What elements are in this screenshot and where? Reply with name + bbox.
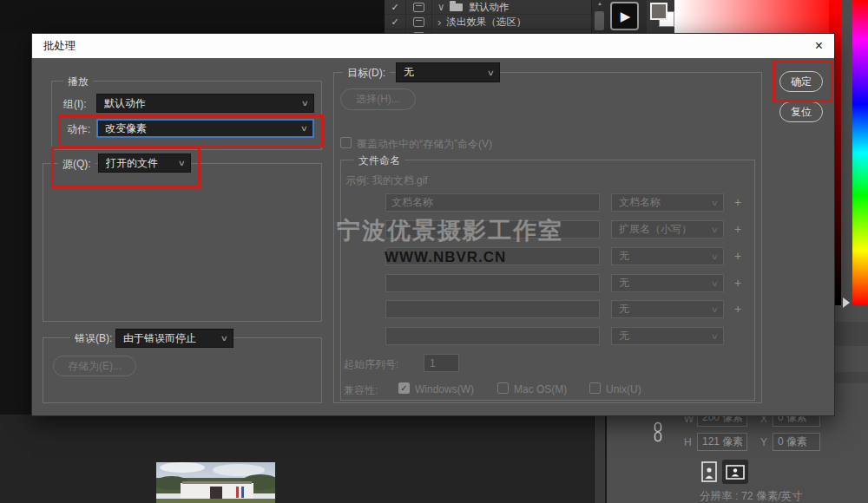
compatibility-label: 兼容性: [344,383,378,398]
choose-button[interactable]: 选择(H)... [340,88,416,110]
naming-input-5[interactable] [385,300,600,318]
chevron-down-icon: ∨ [711,225,719,234]
hue-slider[interactable] [852,0,868,305]
chevron-down-icon: ∨ [220,334,228,343]
check-icon: ✓ [391,2,398,13]
serial-label: 起始序列号: [344,357,398,372]
dialog-titlebar[interactable]: 批处理 × [32,34,834,58]
annotation-box-action [58,114,324,147]
background-bottom-left [0,415,606,503]
naming-format-value-5: 无 [619,302,629,317]
annotation-box-ok [773,60,833,102]
macos-label: Mac OS(M) [514,383,567,395]
chevron-down-icon: ∨ [711,199,719,207]
resolution-text: 分辨率 : 72 像素/英寸 [700,489,803,503]
watermark-url: WWW.NBVR.CN [385,249,506,266]
chevron-down-icon: ∨ [301,99,309,108]
naming-format-select-3[interactable]: 无∨ [611,247,724,265]
play-action-button[interactable]: ▶ [610,2,639,30]
action-item-label[interactable]: 淡出效果（选区） [446,16,526,29]
color-swatch-area [647,0,674,33]
dialog-toggle-icon [413,3,424,12]
annotation-box-source [51,147,201,188]
panel-edge-strip [594,415,606,503]
dialog-toggle-cell[interactable] [406,0,432,14]
naming-format-select-6[interactable]: 无∨ [611,327,724,345]
house-photo [156,462,275,503]
chevron-down-icon: ∨ [487,69,495,77]
set-label: 组(I): [63,97,87,112]
document-thumbnail[interactable] [156,462,275,503]
file-naming-legend: 文件命名 [354,154,404,168]
naming-format-select-5[interactable]: 无∨ [611,300,724,318]
destination-label: 目标(D): [343,66,390,81]
destination-select[interactable]: 无 ∨ [396,62,500,82]
naming-format-select-2[interactable]: 扩展名（小写）∨ [611,220,724,238]
add-token-button-4[interactable]: + [732,276,744,290]
reset-button[interactable]: 复位 [779,101,823,122]
naming-format-value-6: 无 [619,329,629,343]
naming-input-1[interactable] [385,193,600,212]
action-set-row[interactable]: ✓ ∨ 默认动作 [385,0,591,15]
scroll-up-icon[interactable]: ▲ [592,1,608,6]
close-button[interactable]: × [815,39,823,53]
serial-input[interactable] [424,354,459,372]
naming-format-value-2: 扩展名（小写） [619,222,692,237]
windows-label: Windows(W) [415,383,474,395]
hue-slider-marker[interactable] [843,297,850,308]
naming-input-4[interactable] [385,274,600,292]
chevron-down-icon: ∨ [711,332,719,341]
scrollbar-thumb[interactable] [595,11,604,30]
windows-checkbox[interactable]: ✓ [398,382,410,394]
naming-format-value-1: 文档名称 [619,195,661,210]
unix-checkbox[interactable] [589,382,601,394]
action-enabled-cell[interactable]: ✓ [385,15,406,29]
link-dimensions-icon[interactable] [653,421,663,446]
add-token-button-2[interactable]: + [732,222,744,236]
error-label: 错误(B): [70,331,116,346]
override-save-as-label: 覆盖动作中的“存储为”命令(V) [357,137,492,152]
dialog-toggle-cell[interactable] [406,15,432,29]
set-select[interactable]: 默认动作 ∨ [96,94,314,113]
play-legend: 播放 [63,75,93,89]
add-token-button-5[interactable]: + [732,302,744,316]
save-as-button[interactable]: 存储为(E)... [53,356,136,376]
unix-label: Unix(U) [606,383,641,395]
error-select[interactable]: 由于错误而停止 ∨ [115,329,233,348]
override-save-as-checkbox[interactable] [340,137,352,148]
background-left [0,33,31,415]
chevron-down-icon[interactable]: ∨ [437,1,444,13]
height-label: H [684,436,692,448]
add-token-button-3[interactable]: + [732,249,744,263]
naming-format-select-1[interactable]: 文档名称∨ [611,193,724,212]
color-picker-saturation-strip[interactable] [674,0,840,33]
color-picker-gap [841,0,852,305]
macos-checkbox[interactable] [497,382,509,394]
height-field[interactable]: 121 像素 [697,433,747,451]
actions-panel: ✓ ∨ 默认动作 ✓ › 淡出效果（选区） ✓ [385,0,591,33]
chevron-down-icon: ∨ [711,305,719,314]
naming-format-value-3: 无 [619,249,629,264]
chevron-down-icon: ∨ [711,279,719,288]
portrait-orientation-button[interactable] [700,461,719,483]
destination-select-value: 无 [404,65,414,80]
y-field[interactable]: 0 像素 [773,433,820,451]
naming-input-6[interactable] [385,327,600,345]
chevron-right-icon[interactable]: › [437,16,441,29]
actions-scrollbar[interactable]: ▲ [591,0,608,33]
landscape-orientation-button[interactable] [722,460,748,484]
action-set-label[interactable]: 默认动作 [469,1,509,14]
watermark-studio-name: 宁波优景摄影工作室 [337,215,563,246]
naming-format-select-4[interactable]: 无∨ [611,274,724,292]
background-top-left [0,0,385,33]
naming-format-value-4: 无 [619,276,629,291]
play-icon: ▶ [621,10,631,23]
set-select-value: 默认动作 [104,96,146,111]
add-token-button-1[interactable]: + [732,195,744,209]
dialog-toggle-icon [413,17,424,27]
file-naming-example: 示例: 我的文档.gif [345,173,428,188]
action-enabled-cell[interactable]: ✓ [385,0,406,14]
error-select-value: 由于错误而停止 [123,331,196,346]
action-item-row[interactable]: ✓ › 淡出效果（选区） [385,15,591,29]
foreground-color-swatch[interactable] [650,3,667,20]
